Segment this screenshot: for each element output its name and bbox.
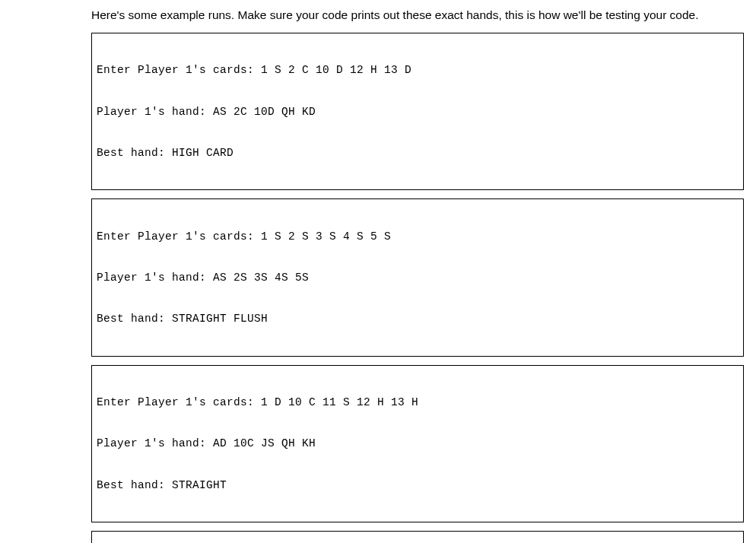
- code-line: Player 1's hand: AS 2C 10D QH KD: [97, 105, 739, 119]
- code-line: Player 1's hand: AD 10C JS QH KH: [97, 437, 739, 450]
- example-run-2: Enter Player 1's cards: 1 S 2 S 3 S 4 S …: [91, 198, 744, 356]
- code-line: Player 1's hand: AS 2S 3S 4S 5S: [97, 271, 739, 284]
- example-run-3: Enter Player 1's cards: 1 D 10 C 11 S 12…: [91, 365, 744, 522]
- example-run-1: Enter Player 1's cards: 1 S 2 C 10 D 12 …: [91, 33, 744, 190]
- code-line: Enter Player 1's cards: 1 S 2 C 10 D 12 …: [97, 63, 739, 77]
- code-line: Best hand: HIGH CARD: [97, 146, 739, 160]
- document-page: Here's some example runs. Make sure your…: [0, 8, 756, 543]
- code-line: Best hand: STRAIGHT FLUSH: [97, 312, 739, 325]
- code-line: Enter Player 1's cards: 1 S 2 S 3 S 4 S …: [97, 230, 739, 243]
- example-run-4: Enter Player 1's cards: 10 D 10 H 10 C 1…: [91, 531, 744, 543]
- code-line: Enter Player 1's cards: 1 D 10 C 11 S 12…: [97, 395, 739, 409]
- intro-paragraph: Here's some example runs. Make sure your…: [91, 8, 744, 24]
- code-line: Best hand: STRAIGHT: [97, 478, 739, 492]
